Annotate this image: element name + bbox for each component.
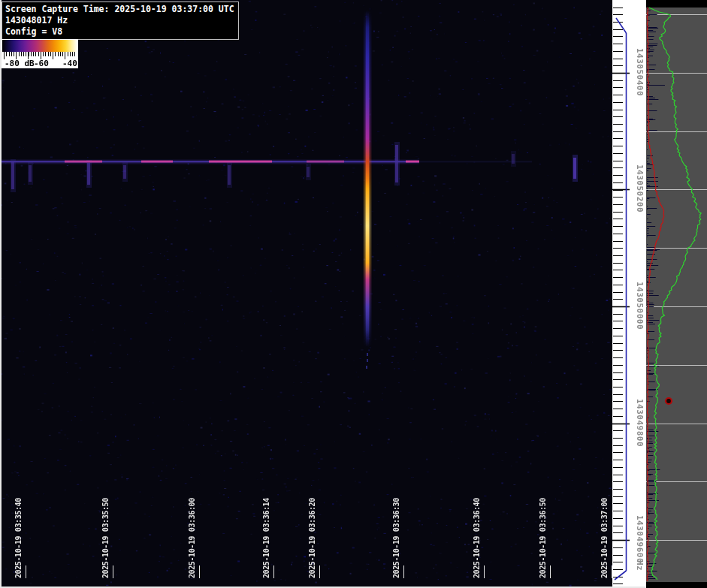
frequency-label: 143049600: [635, 515, 645, 563]
colorbar-legend: -80 dB -60 -40: [2, 39, 78, 68]
time-label: 2025-10-19 03:36:50: [539, 498, 547, 578]
time-label: 2025-10-19 03:36:40: [473, 498, 481, 578]
time-label: 2025-10-19 03:35:40: [14, 498, 23, 578]
colorbar-label-min: -80 dB: [5, 59, 35, 68]
frequency-unit-label: Hz: [635, 560, 645, 571]
time-label: 2025-10-19 03:36:14: [262, 498, 270, 578]
capture-config-text: Config = V8: [5, 26, 235, 38]
window-border-left: [0, 0, 2, 588]
time-label: 2025-10-19 03:36:00: [188, 498, 196, 578]
time-label: 2025-10-19 03:36:30: [392, 498, 400, 578]
time-label: 2025-10-19 03:36:20: [308, 498, 316, 578]
frequency-label: 143050200: [635, 164, 645, 213]
frequency-label: 143050400: [635, 48, 645, 96]
frequency-label: 143049800: [635, 399, 645, 447]
time-label: 2025-10-19 03:35:50: [101, 498, 110, 578]
colorbar-label-max: -40: [62, 59, 77, 68]
colorbar-label-mid: -60: [34, 59, 49, 68]
time-label: 2025-10-19 03:37:00: [600, 498, 609, 578]
capture-frequency-text: 143048017 Hz: [5, 15, 235, 26]
colorbar-gradient: [2, 40, 77, 52]
capture-info-box: Screen Capture Time: 2025-10-19 03:37:00…: [2, 2, 239, 40]
frequency-label: 143050000: [635, 282, 645, 330]
capture-time-text: Screen Capture Time: 2025-10-19 03:37:00…: [5, 4, 235, 15]
spectrum-lab-capture: Screen Capture Time: 2025-10-19 03:37:00…: [0, 0, 707, 588]
